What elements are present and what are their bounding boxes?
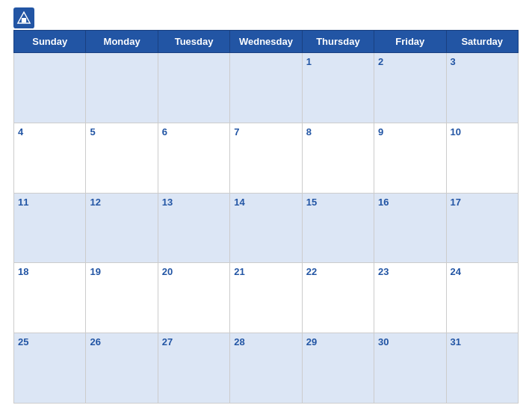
day-number: 23 (378, 266, 389, 277)
calendar-cell: 27 (158, 333, 229, 404)
calendar-cell: 26 (86, 333, 158, 404)
calendar-cell: 8 (302, 123, 374, 193)
calendar-cell: 14 (230, 193, 302, 263)
calendar-cell: 18 (14, 263, 86, 333)
weekday-header-saturday: Saturday (446, 31, 518, 53)
calendar-cell: 4 (14, 123, 86, 193)
day-number: 8 (306, 126, 312, 137)
calendar-cell: 28 (230, 333, 302, 404)
calendar-cell: 1 (302, 53, 374, 123)
day-number: 15 (306, 197, 317, 208)
calendar-cell: 19 (86, 263, 158, 333)
calendar-cell: 15 (302, 193, 374, 263)
day-number: 31 (451, 336, 461, 347)
day-number: 29 (306, 336, 317, 347)
week-row-5: 25262728293031 (14, 333, 519, 404)
day-number: 18 (18, 266, 28, 277)
week-row-2: 45678910 (14, 123, 519, 193)
day-number: 27 (162, 336, 173, 347)
calendar-cell (230, 53, 302, 123)
calendar-cell: 23 (374, 263, 446, 333)
day-number: 21 (234, 266, 244, 277)
weekday-header-sunday: Sunday (14, 31, 86, 53)
calendar-cell: 13 (158, 193, 229, 263)
day-number: 9 (378, 126, 383, 137)
day-number: 2 (378, 56, 383, 67)
day-number: 11 (18, 197, 28, 208)
calendar-cell: 30 (374, 333, 446, 404)
day-number: 10 (451, 126, 461, 137)
calendar-cell (86, 53, 158, 123)
weekday-header-row: SundayMondayTuesdayWednesdayThursdayFrid… (14, 31, 519, 53)
day-number: 19 (90, 266, 100, 277)
day-number: 7 (234, 126, 239, 137)
day-number: 24 (451, 266, 461, 277)
day-number: 30 (378, 336, 389, 347)
calendar-cell: 10 (446, 123, 518, 193)
day-number: 16 (378, 197, 389, 208)
weekday-header-wednesday: Wednesday (230, 31, 302, 53)
calendar-cell: 12 (86, 193, 158, 263)
day-number: 5 (90, 126, 95, 137)
calendar-cell: 11 (14, 193, 86, 263)
calendar-cell: 31 (446, 333, 518, 404)
weekday-header-thursday: Thursday (302, 31, 374, 53)
week-row-4: 18192021222324 (14, 263, 519, 333)
day-number: 28 (234, 336, 244, 347)
week-row-1: 123 (14, 53, 519, 123)
calendar-cell: 16 (374, 193, 446, 263)
day-number: 22 (306, 266, 317, 277)
day-number: 25 (18, 336, 28, 347)
calendar-cell: 21 (230, 263, 302, 333)
weekday-header-monday: Monday (86, 31, 158, 53)
calendar-cell: 24 (446, 263, 518, 333)
day-number: 6 (162, 126, 167, 137)
calendar-cell: 9 (374, 123, 446, 193)
weekday-header-friday: Friday (374, 31, 446, 53)
calendar-cell: 7 (230, 123, 302, 193)
day-number: 13 (162, 197, 173, 208)
calendar-cell (14, 53, 86, 123)
calendar-cell: 20 (158, 263, 229, 333)
day-number: 3 (451, 56, 456, 67)
generalblue-logo-icon (13, 7, 34, 28)
calendar-cell: 5 (86, 123, 158, 193)
day-number: 20 (162, 266, 173, 277)
day-number: 26 (90, 336, 100, 347)
day-number: 4 (18, 126, 23, 137)
calendar-cell: 17 (446, 193, 518, 263)
calendar-cell: 25 (14, 333, 86, 404)
calendar-cell: 22 (302, 263, 374, 333)
weekday-header-tuesday: Tuesday (158, 31, 229, 53)
calendar-cell: 29 (302, 333, 374, 404)
top-bar (13, 7, 519, 28)
day-number: 14 (234, 197, 244, 208)
calendar-cell: 3 (446, 53, 518, 123)
svg-rect-3 (22, 18, 26, 22)
calendar-table: SundayMondayTuesdayWednesdayThursdayFrid… (13, 30, 519, 404)
calendar-cell: 6 (158, 123, 229, 193)
day-number: 1 (306, 56, 312, 67)
calendar-cell: 2 (374, 53, 446, 123)
day-number: 12 (90, 197, 100, 208)
day-number: 17 (451, 197, 461, 208)
calendar-cell (158, 53, 229, 123)
logo-area (13, 7, 37, 28)
week-row-3: 11121314151617 (14, 193, 519, 263)
